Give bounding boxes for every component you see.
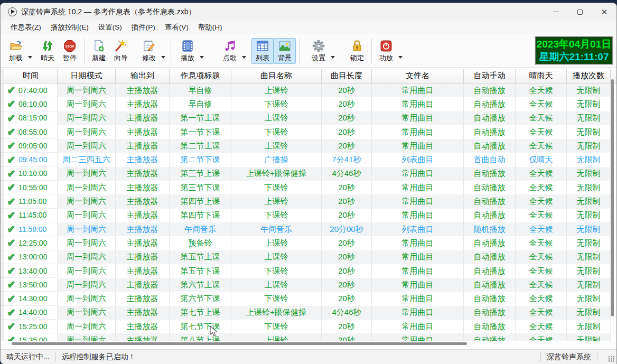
table-row[interactable]: ✔10:10:00周一到周六主播放器第三节上课上课铃+眼保健操4分46秒常用曲目… [1, 167, 616, 181]
column-header-count[interactable]: 播放次数 [567, 69, 611, 83]
table-row[interactable]: ✔11:45:00周一到周六主播放器第四节下课下课铃20秒常用曲目自动播放全天候… [1, 209, 616, 222]
time-text: 09:45:00 [18, 155, 48, 164]
modify-dropdown-caret[interactable] [161, 56, 165, 59]
song-dropdown-caret[interactable] [242, 56, 246, 59]
row-gutter [1, 250, 4, 264]
column-header-title[interactable]: 作息项标题 [170, 69, 231, 83]
cell-track: 上课铃 [231, 278, 322, 292]
minimize-button[interactable] [544, 3, 568, 21]
cell-date-mode: 周一到周六 [58, 306, 116, 320]
table-row[interactable]: ✔09:45:00周二三四五六主播放器第二节下课广播操7分41秒列表曲目首曲自动… [1, 153, 616, 166]
column-header-file[interactable]: 文件名 [372, 69, 464, 83]
check-icon: ✔ [7, 321, 15, 331]
cell-output: 主播放器 [116, 292, 170, 305]
cell-weather: 全天候 [516, 222, 567, 236]
cell-output: 主播放器 [116, 97, 170, 111]
resize-grip[interactable] [608, 356, 615, 362]
table-row[interactable]: ✔10:55:00周一到周六主播放器第三节下课下课铃20秒常用曲目自动播放全天候… [1, 181, 616, 194]
cell-track: 下课铃 [231, 209, 322, 222]
table-row[interactable]: ✔13:00:00周一到周六主播放器第五节上课上课铃20秒常用曲目自动播放全天候… [1, 250, 616, 264]
check-icon: ✔ [7, 307, 15, 318]
cell-time: ✔09:05:00 [4, 139, 58, 153]
table-row[interactable]: ✔11:50:00周一到周六主播放器午间音乐午间音乐20分00秒列表曲目随机播放… [1, 222, 616, 236]
play-dropdown-caret[interactable] [200, 56, 204, 59]
cell-file: 常用曲目 [372, 236, 464, 250]
status-brand: 深蓝铃声系统 [541, 352, 597, 362]
table-row[interactable]: ✔07:40:00周一到周六主播放器早自修上课铃20秒常用曲目自动播放全天候无限… [1, 83, 616, 97]
pause-button[interactable]: STOP 暂停 [59, 38, 81, 64]
check-icon: ✔ [7, 238, 15, 248]
load-dropdown-caret[interactable] [28, 56, 32, 59]
sunny-button[interactable]: 晴天 [36, 38, 59, 64]
song-button[interactable]: 点歌 [219, 38, 241, 64]
table-row[interactable]: ✔15:35:00周一到周六主播放器第八节上课上课铃20秒常用曲目自动播放全天候… [1, 333, 616, 341]
lock-button[interactable]: 锁定 [346, 38, 368, 64]
cell-time: ✔14:30:00 [4, 292, 58, 305]
app-icon [8, 7, 17, 16]
cell-mode: 自动播放 [464, 125, 516, 139]
wizard-button[interactable]: 向导 [110, 38, 132, 64]
horizontal-scrollbar-thumb[interactable] [12, 342, 467, 345]
vertical-scrollbar-thumb[interactable] [611, 79, 614, 316]
cell-file: 常用曲目 [372, 264, 464, 278]
amplifier-button[interactable]: 功放 [375, 38, 397, 64]
row-gutter [1, 333, 4, 341]
menu-help[interactable]: 帮助(H) [193, 21, 227, 34]
time-text: 07:40:00 [18, 86, 48, 95]
menu-plugins[interactable]: 插件(P) [127, 21, 160, 34]
modify-button[interactable]: 修改 [138, 38, 160, 64]
table-row[interactable]: ✔08:10:00周一到周六主播放器早自修下课铃20秒常用曲目自动播放全天候无限… [1, 97, 616, 111]
column-header-output[interactable]: 输出到 [116, 69, 170, 83]
cell-weather: 全天候 [516, 194, 567, 208]
table-row[interactable]: ✔13:50:00周一到周六主播放器第六节上课上课铃20秒常用曲目自动播放全天候… [1, 278, 616, 292]
list-button[interactable]: 列表 [251, 38, 274, 64]
menu-view[interactable]: 查看(V) [160, 21, 193, 34]
check-icon: ✔ [7, 169, 15, 179]
table-row[interactable]: ✔11:05:00周一到周六主播放器第四节上课上课铃20秒常用曲目自动播放全天候… [1, 194, 616, 208]
cell-date-mode: 周一到周六 [58, 250, 116, 264]
menu-schedule[interactable]: 作息表(Z) [6, 21, 46, 34]
background-button[interactable]: 背景 [274, 38, 296, 64]
cell-weather: 全天候 [516, 125, 567, 139]
cell-track: 上课铃+眼保健操 [231, 167, 322, 181]
column-header-track[interactable]: 曲目名称 [231, 69, 322, 83]
cell-output: 主播放器 [116, 250, 170, 264]
cell-time: ✔08:55:00 [4, 125, 58, 139]
column-header-weather[interactable]: 晴雨天 [516, 69, 567, 83]
table-row[interactable]: ✔13:40:00周一到周六主播放器第五节下课下课铃20秒常用曲目自动播放全天候… [1, 264, 616, 278]
table-row[interactable]: ✔14:30:00周一到周六主播放器第六节下课下课铃20秒常用曲目自动播放全天候… [1, 292, 616, 305]
table-row[interactable]: ✔09:05:00周一到周六主播放器第二节上课上课铃20秒常用曲目自动播放全天候… [1, 139, 616, 153]
cell-count: 无限制 [567, 194, 611, 208]
cell-title: 第四节上课 [170, 194, 231, 208]
column-header-date-mode[interactable]: 日期模式 [58, 69, 116, 83]
settings-button[interactable]: 设置 [307, 38, 330, 64]
new-button[interactable]: 新建 [88, 38, 110, 64]
table-row[interactable]: ✔08:55:00周一到周六主播放器第一节下课下课铃20秒常用曲目自动播放全天候… [1, 125, 616, 139]
cell-date-mode: 周二三四五六 [58, 153, 116, 166]
table-row[interactable]: ✔14:40:00周一到周六主播放器第七节上课上课铃+眼保健操4分46秒常用曲目… [1, 306, 616, 320]
cell-mode: 自动播放 [464, 194, 516, 208]
cell-length: 20秒 [322, 278, 372, 292]
cell-weather: 全天候 [516, 264, 567, 278]
cell-output: 主播放器 [116, 278, 170, 292]
menu-settings[interactable]: 设置(S) [94, 21, 127, 34]
column-header-time[interactable]: 时间 [4, 69, 58, 83]
table-row[interactable]: ✔12:25:00周一到周六主播放器预备铃上课铃20秒常用曲目自动播放全天候无限… [1, 236, 616, 250]
cell-mode: 自动播放 [464, 97, 516, 111]
table-row[interactable]: ✔08:15:00周一到周六主播放器第一节上课上课铃20秒常用曲目自动播放全天候… [1, 111, 616, 125]
stop-sign-icon: STOP [63, 39, 77, 53]
menu-playback-control[interactable]: 播放控制(E) [46, 21, 94, 34]
play-button[interactable]: 播放 [176, 38, 199, 64]
lock-icon [350, 39, 364, 53]
column-header-length[interactable]: 曲目长度 [322, 69, 372, 83]
amplifier-dropdown-caret[interactable] [398, 56, 403, 59]
clock-time: 星期六21:11:07 [539, 51, 609, 63]
maximize-button[interactable] [568, 3, 592, 21]
column-header-mode[interactable]: 自动手动 [464, 69, 516, 83]
settings-dropdown-caret[interactable] [331, 56, 335, 59]
table-row[interactable]: ✔15:25:00周一到周六主播放器第七节下课下课铃20秒常用曲目自动播放全天候… [1, 320, 616, 333]
cell-time: ✔11:45:00 [4, 209, 58, 222]
clock-date: 2023年04月01日 [537, 38, 612, 51]
load-button[interactable]: 加载 [5, 38, 27, 64]
close-button[interactable]: ✕ [592, 3, 616, 21]
